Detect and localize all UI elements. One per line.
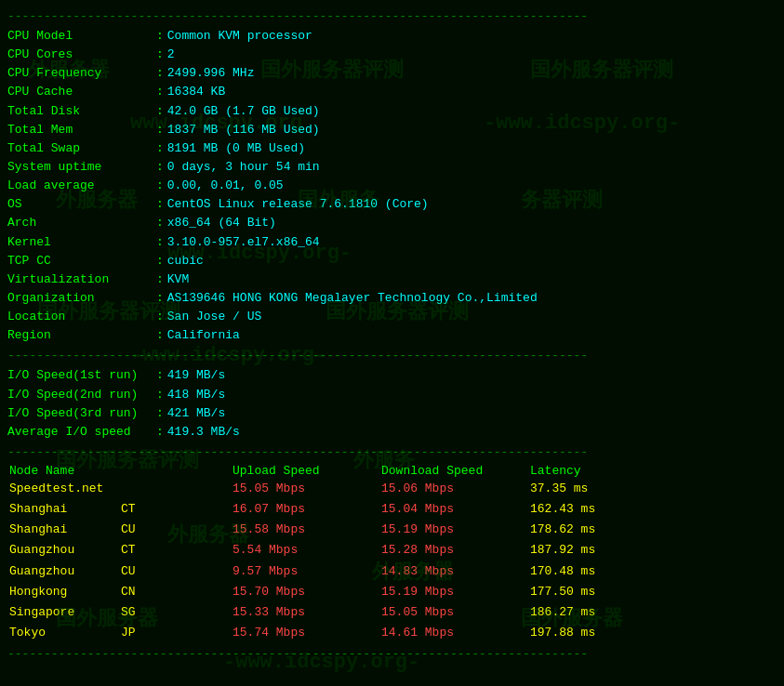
system-label: CPU Cores	[7, 46, 156, 64]
net-upload: 5.54 Mbps	[231, 540, 379, 561]
system-row: CPU Cache:16384 KB	[7, 83, 777, 101]
system-row: Organization:AS139646 HONG KONG Megalaye…	[7, 289, 777, 308]
system-value: 0 days, 3 hour 54 min	[167, 158, 320, 177]
system-value: AS139646 HONG KONG Megalayer Technology …	[167, 289, 538, 308]
system-row: TCP CC:cubic	[7, 252, 777, 270]
net-latency: 162.43 ms	[528, 499, 777, 520]
col-latency: Latency	[528, 463, 777, 479]
network-row: Shanghai CU 15.58 Mbps 15.19 Mbps 178.62…	[7, 520, 777, 540]
io-row: I/O Speed(2nd run):418 MB/s	[7, 386, 777, 404]
net-tag: CN	[119, 582, 231, 602]
system-value: 2	[167, 46, 175, 64]
net-download: 15.19 Mbps	[379, 520, 528, 540]
net-latency: 177.50 ms	[528, 582, 777, 602]
net-tag: CU	[119, 520, 231, 540]
system-row: CPU Model:Common KVM processor	[7, 27, 777, 46]
system-row: Load average:0.00, 0.01, 0.05	[7, 177, 777, 195]
net-latency: 37.35 ms	[528, 479, 777, 499]
system-value: 8191 MB (0 MB Used)	[167, 139, 305, 158]
mid-divider-1: ----------------------------------------…	[7, 349, 777, 363]
system-row: Total Disk:42.0 GB (1.7 GB Used)	[7, 102, 777, 121]
system-label: TCP CC	[7, 252, 156, 270]
net-download: 15.19 Mbps	[379, 582, 528, 602]
network-header-row: Node Name Upload Speed Download Speed La…	[7, 463, 777, 479]
system-value: Common KVM processor	[167, 27, 312, 46]
system-info-section: CPU Model:Common KVM processorCPU Cores:…	[7, 27, 777, 345]
system-row: CPU Frequency:2499.996 MHz	[7, 64, 777, 83]
network-row: Singapore SG 15.33 Mbps 15.05 Mbps 186.2…	[7, 602, 777, 623]
io-label: Average I/O speed	[7, 423, 156, 442]
system-label: CPU Model	[7, 27, 156, 46]
net-tag: JP	[119, 623, 231, 643]
system-value: 0.00, 0.01, 0.05	[167, 177, 284, 195]
system-label: Region	[7, 326, 156, 345]
io-section: I/O Speed(1st run):419 MB/sI/O Speed(2nd…	[7, 366, 777, 442]
system-label: Virtualization	[7, 270, 156, 289]
system-value: 1837 MB (116 MB Used)	[167, 121, 320, 139]
net-node: Hongkong	[7, 582, 119, 602]
system-row: Total Mem:1837 MB (116 MB Used)	[7, 121, 777, 139]
network-row: Speedtest.net 15.05 Mbps 15.06 Mbps 37.3…	[7, 479, 777, 499]
col-download: Download Speed	[379, 463, 528, 479]
net-download: 14.61 Mbps	[379, 623, 528, 643]
io-row: I/O Speed(3rd run):421 MB/s	[7, 404, 777, 423]
io-row: I/O Speed(1st run):419 MB/s	[7, 366, 777, 385]
network-table: Node Name Upload Speed Download Speed La…	[7, 463, 777, 643]
system-value: cubic	[167, 252, 204, 270]
net-node: Guangzhou	[7, 561, 119, 582]
io-row: Average I/O speed:419.3 MB/s	[7, 423, 777, 442]
system-label: OS	[7, 195, 156, 214]
io-label: I/O Speed(1st run)	[7, 366, 156, 385]
network-section: Node Name Upload Speed Download Speed La…	[7, 463, 777, 643]
net-download: 15.05 Mbps	[379, 602, 528, 623]
system-label: Location	[7, 308, 156, 326]
col-upload: Upload Speed	[231, 463, 379, 479]
io-label: I/O Speed(3rd run)	[7, 404, 156, 423]
system-value: x86_64 (64 Bit)	[167, 214, 276, 232]
network-row: Tokyo JP 15.74 Mbps 14.61 Mbps 197.88 ms	[7, 623, 777, 643]
system-value: CentOS Linux release 7.6.1810 (Core)	[167, 195, 429, 214]
system-row: Region:California	[7, 326, 777, 345]
system-row: CPU Cores:2	[7, 46, 777, 64]
col-node: Node Name	[7, 463, 231, 479]
system-value: California	[167, 326, 240, 345]
system-row: Kernel:3.10.0-957.el7.x86_64	[7, 233, 777, 252]
network-row: Hongkong CN 15.70 Mbps 15.19 Mbps 177.50…	[7, 582, 777, 602]
net-latency: 186.27 ms	[528, 602, 777, 623]
net-node: Guangzhou	[7, 540, 119, 561]
system-label: CPU Cache	[7, 83, 156, 101]
system-label: System uptime	[7, 158, 156, 177]
net-tag: CT	[119, 499, 231, 520]
system-row: OS:CentOS Linux release 7.6.1810 (Core)	[7, 195, 777, 214]
system-label: Organization	[7, 289, 156, 308]
net-download: 15.04 Mbps	[379, 499, 528, 520]
net-latency: 178.62 ms	[528, 520, 777, 540]
net-upload: 16.07 Mbps	[231, 499, 379, 520]
io-value: 419.3 MB/s	[167, 423, 240, 442]
system-label: Total Disk	[7, 102, 156, 121]
net-download: 15.28 Mbps	[379, 540, 528, 561]
mid-divider-2: ----------------------------------------…	[7, 445, 777, 459]
net-upload: 9.57 Mbps	[231, 561, 379, 582]
net-download: 15.06 Mbps	[379, 479, 528, 499]
system-row: System uptime:0 days, 3 hour 54 min	[7, 158, 777, 177]
net-upload: 15.33 Mbps	[231, 602, 379, 623]
net-latency: 187.92 ms	[528, 540, 777, 561]
network-row: Shanghai CT 16.07 Mbps 15.04 Mbps 162.43…	[7, 499, 777, 520]
net-upload: 15.05 Mbps	[231, 479, 379, 499]
system-value: 16384 KB	[167, 83, 225, 101]
net-tag: CU	[119, 561, 231, 582]
net-tag: SG	[119, 602, 231, 623]
system-label: Arch	[7, 214, 156, 232]
system-row: Arch:x86_64 (64 Bit)	[7, 214, 777, 232]
net-download: 14.83 Mbps	[379, 561, 528, 582]
net-tag	[119, 479, 231, 499]
io-value: 421 MB/s	[167, 404, 225, 423]
network-row: Guangzhou CT 5.54 Mbps 15.28 Mbps 187.92…	[7, 540, 777, 561]
system-label: Load average	[7, 177, 156, 195]
net-node: Speedtest.net	[7, 479, 119, 499]
system-label: CPU Frequency	[7, 64, 156, 83]
net-node: Shanghai	[7, 499, 119, 520]
net-tag: CT	[119, 540, 231, 561]
net-latency: 170.48 ms	[528, 561, 777, 582]
